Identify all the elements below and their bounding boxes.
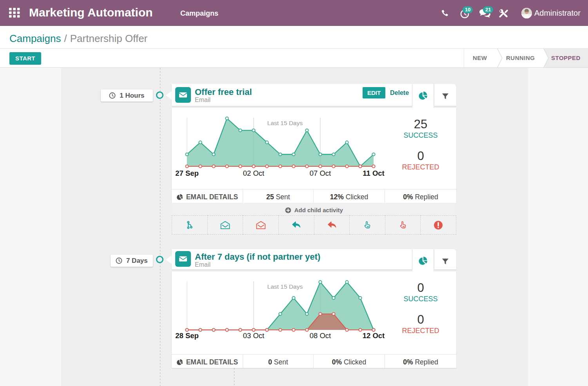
svg-text:12 Oct: 12 Oct	[363, 331, 385, 340]
svg-text:07 Oct: 07 Oct	[310, 169, 331, 177]
svg-text:11 Oct: 11 Oct	[363, 169, 385, 177]
svg-text:03 Oct: 03 Oct	[243, 331, 265, 340]
svg-text:08 Oct: 08 Oct	[310, 331, 331, 340]
svg-text:Last 15 Days: Last 15 Days	[267, 120, 303, 126]
svg-text:27 Sep: 27 Sep	[175, 169, 199, 177]
svg-text:Last 15 Days: Last 15 Days	[267, 283, 303, 290]
svg-text:02 Oct: 02 Oct	[243, 169, 265, 177]
svg-text:28 Sep: 28 Sep	[175, 331, 199, 340]
